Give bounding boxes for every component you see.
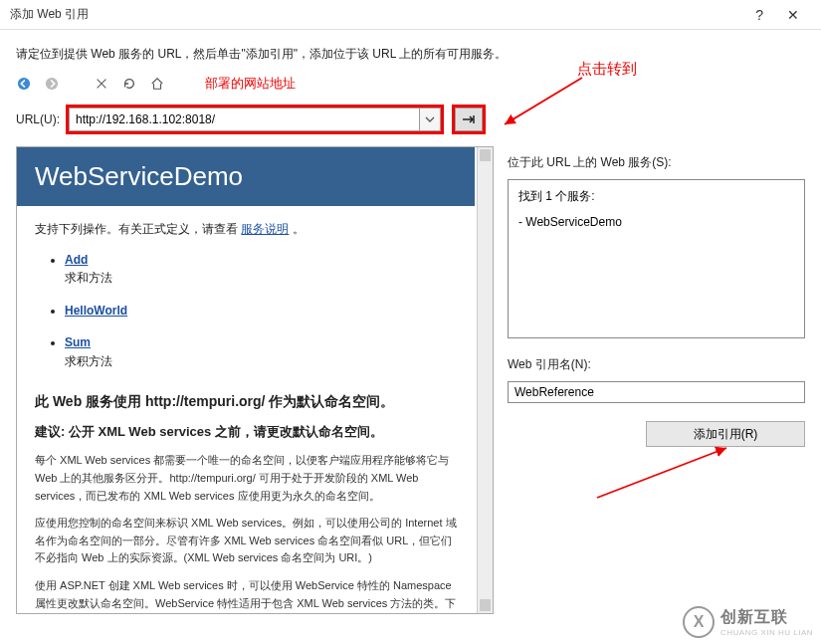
back-icon[interactable]	[16, 76, 32, 92]
watermark-text: 创新互联	[720, 607, 813, 628]
close-button[interactable]: ✕	[775, 3, 811, 27]
url-label: URL(U):	[16, 112, 60, 126]
home-icon[interactable]	[149, 76, 165, 92]
refname-label: Web 引用名(N):	[508, 356, 805, 373]
window-title: 添加 Web 引用	[10, 6, 89, 23]
svg-point-0	[18, 78, 30, 90]
namespace-heading: 此 Web 服务使用 http://tempuri.org/ 作为默认命名空间。	[35, 391, 457, 413]
forward-icon	[44, 76, 60, 92]
annotation-click-go: 点击转到	[577, 60, 637, 79]
go-button[interactable]	[455, 107, 483, 131]
service-title: WebServiceDemo	[17, 147, 475, 206]
watermark-subtext: CHUANG XIN HU LIAN	[720, 628, 813, 637]
operation-item: HelloWorld	[65, 302, 457, 321]
operation-link-sum[interactable]: Sum	[65, 333, 91, 352]
help-button[interactable]: ?	[743, 3, 775, 27]
operation-link-add[interactable]: Add	[65, 251, 88, 270]
scrollbar[interactable]	[477, 147, 493, 613]
services-label: 位于此 URL 上的 Web 服务(S):	[508, 154, 805, 171]
instruction-text: 请定位到提供 Web 服务的 URL，然后单击"添加引用"，添加位于该 URL …	[0, 30, 821, 71]
svg-point-1	[46, 78, 58, 90]
refresh-icon[interactable]	[121, 76, 137, 92]
services-list[interactable]: 找到 1 个服务: - WebServiceDemo	[508, 179, 805, 338]
service-description-link[interactable]: 服务说明	[241, 222, 289, 236]
found-count: 找到 1 个服务:	[518, 188, 794, 205]
operation-link-helloworld[interactable]: HelloWorld	[65, 302, 127, 321]
namespace-paragraph: 应使用您控制的命名空间来标识 XML Web services。例如，可以使用公…	[35, 515, 457, 567]
namespace-recommend: 建议: 公开 XML Web services 之前，请更改默认命名空间。	[35, 422, 457, 442]
service-list-item[interactable]: - WebServiceDemo	[518, 215, 794, 229]
url-combo[interactable]	[66, 105, 444, 134]
service-preview-pane: WebServiceDemo 支持下列操作。有关正式定义，请查看 服务说明 。 …	[16, 146, 494, 614]
namespace-paragraph: 使用 ASP.NET 创建 XML Web services 时，可以使用 We…	[35, 577, 457, 614]
supports-prefix: 支持下列操作。有关正式定义，请查看	[35, 222, 238, 236]
watermark: X 创新互联 CHUANG XIN HU LIAN	[683, 606, 813, 638]
add-reference-button[interactable]: 添加引用(R)	[646, 421, 805, 447]
chevron-down-icon[interactable]	[419, 107, 441, 131]
operation-desc: 求和方法	[65, 271, 112, 285]
operation-item: Sum 求积方法	[65, 333, 457, 370]
namespace-paragraph: 每个 XML Web services 都需要一个唯一的命名空间，以便客户端应用…	[35, 452, 457, 505]
url-input[interactable]	[69, 107, 419, 131]
operation-desc: 求积方法	[65, 354, 112, 368]
supports-line: 支持下列操作。有关正式定义，请查看 服务说明 。	[35, 220, 457, 239]
web-reference-name-input[interactable]	[508, 381, 805, 403]
annotation-deploy-label: 部署的网站地址	[205, 75, 296, 93]
operation-item: Add 求和方法	[65, 251, 457, 288]
watermark-logo-icon: X	[683, 606, 715, 638]
stop-icon[interactable]	[94, 76, 109, 92]
supports-suffix: 。	[293, 222, 305, 236]
